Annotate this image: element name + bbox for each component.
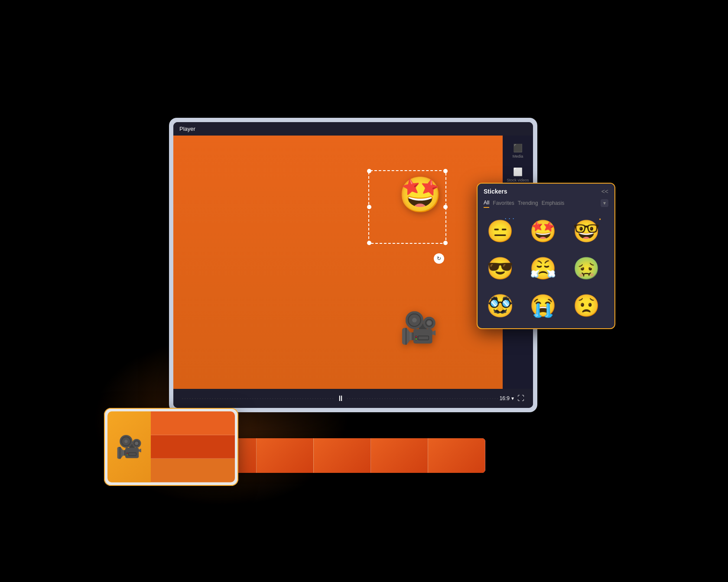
timeline-thumb-4 <box>314 438 371 473</box>
stock-label: Stock videos <box>507 178 529 182</box>
sticker-emoji-video[interactable]: 🤩 <box>399 175 442 215</box>
handle-mid-right[interactable] <box>443 205 448 209</box>
stickers-panel-title: Stickers <box>484 188 507 195</box>
tab-trending[interactable]: Trending <box>518 199 538 207</box>
fullscreen-button[interactable]: ⛶ <box>517 394 524 402</box>
sticker-cell-8[interactable]: 😟 <box>570 289 603 322</box>
play-button[interactable]: ⏸ <box>335 392 347 404</box>
sticker-cell-3[interactable]: 😎 <box>484 252 517 285</box>
stock-icon: ⬜ <box>513 167 523 177</box>
handle-mid-left[interactable] <box>367 205 371 209</box>
tab-favorites[interactable]: Favorites <box>493 199 514 207</box>
media-label: Media <box>513 154 523 158</box>
sticker-cell-7[interactable]: 😭 <box>526 289 559 322</box>
sticker-cell-5[interactable]: 🤢 <box>570 252 603 285</box>
sticker-cell-2[interactable]: 🤓 <box>570 215 603 248</box>
ratio-selector[interactable]: 16:9 ▾ <box>500 395 514 401</box>
tab-dropdown[interactable]: ▾ <box>601 199 608 207</box>
sticker-cell-4[interactable]: 😤 <box>526 252 559 285</box>
stickers-grid: 😑 🤩 🤓 😎 😤 🤢 🥸 😭 😟 <box>478 211 614 328</box>
timeline-dots: ········································… <box>182 396 335 401</box>
mobile-frames <box>151 411 235 482</box>
collapse-button[interactable]: << <box>601 188 608 195</box>
sidebar-item-media[interactable]: ⬛ Media <box>510 140 526 162</box>
sticker-cell-0[interactable]: 😑 <box>484 215 517 248</box>
timeline-thumb-3 <box>257 438 314 473</box>
sticker-cell-6[interactable]: 🥸 <box>484 289 517 322</box>
handle-top-left[interactable] <box>367 169 371 173</box>
tab-emphasis[interactable]: Emphasis <box>542 199 565 207</box>
handle-bottom-left[interactable] <box>367 241 371 245</box>
tab-all[interactable]: All <box>484 198 489 208</box>
stickers-panel: Stickers << All Favorites Trending Empha… <box>477 183 615 329</box>
ratio-value: 16:9 <box>500 395 510 401</box>
mobile-frame-2 <box>151 435 235 459</box>
player-bar: Player <box>173 122 533 136</box>
camera-emoji: 🎥 <box>116 434 143 459</box>
timeline-thumb-6 <box>428 438 485 473</box>
media-icon: ⬛ <box>513 143 523 153</box>
timeline-dots-right: ········································… <box>347 396 499 401</box>
timeline-thumb-5 <box>371 438 428 473</box>
mobile-device: 🎥 <box>104 408 238 486</box>
mobile-frame-3 <box>151 459 235 482</box>
controls-bar: ········································… <box>173 389 533 408</box>
handle-top-right[interactable] <box>443 169 448 173</box>
stickers-tabs: All Favorites Trending Emphasis ▾ <box>478 198 614 211</box>
rotate-handle[interactable]: ↻ <box>434 253 444 264</box>
ratio-dropdown-icon: ▾ <box>511 395 514 401</box>
mobile-frame-1 <box>151 411 235 435</box>
scene-container: Player <box>126 96 602 486</box>
handle-bottom-right[interactable] <box>443 241 448 245</box>
camera-sticker-video[interactable]: 🎥 <box>400 310 438 346</box>
player-label: Player <box>179 126 195 132</box>
stickers-panel-header: Stickers << <box>478 184 614 198</box>
mobile-camera-icon: 🎥 <box>107 411 151 482</box>
sticker-cell-1[interactable]: 🤩 <box>526 215 559 248</box>
